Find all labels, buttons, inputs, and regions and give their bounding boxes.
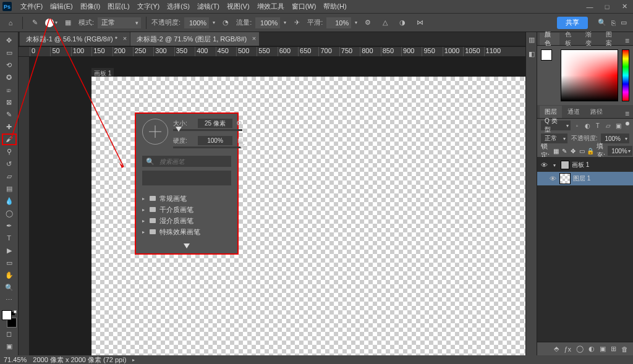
filter-shape-icon[interactable]: ▱ bbox=[604, 121, 612, 130]
lasso-tool[interactable]: ⟲ bbox=[2, 59, 17, 71]
visibility-icon[interactable]: 👁 bbox=[540, 161, 548, 169]
layer-opacity-field[interactable]: 100% bbox=[601, 133, 629, 143]
type-tool[interactable]: T bbox=[2, 232, 17, 244]
new-preset-icon[interactable]: ⊞ bbox=[237, 137, 242, 144]
lock-pixels-icon[interactable]: ▦ bbox=[552, 147, 559, 154]
menu-layer[interactable]: 图层(L) bbox=[104, 0, 133, 14]
panel-icon[interactable]: ◧ bbox=[529, 50, 535, 58]
tool-preset-icon[interactable]: ✎ bbox=[28, 16, 41, 30]
group-icon[interactable]: ▣ bbox=[600, 345, 606, 353]
layer-blend-select[interactable]: 正常 bbox=[541, 133, 567, 143]
dodge-tool[interactable]: ◯ bbox=[2, 208, 17, 219]
lock-all-icon[interactable]: 🔒 bbox=[587, 147, 594, 154]
zoom-tool[interactable]: 🔍 bbox=[2, 282, 17, 294]
brush-preset-picker[interactable]: ▾ bbox=[45, 19, 57, 27]
doc-tab-2[interactable]: 未标题-2 @ 71.5% (图层 1, RGB/8#) × bbox=[130, 32, 259, 46]
layer-item[interactable]: 👁 图层 1 bbox=[537, 172, 633, 185]
canvas[interactable]: 画板 1 大小: 25 像素 ⚙ bbox=[30, 57, 525, 355]
edit-toolbar[interactable]: ⋯ bbox=[2, 294, 17, 306]
symmetry-icon[interactable]: ⋈ bbox=[413, 16, 427, 30]
size-slider[interactable] bbox=[173, 129, 242, 131]
layer-fill-field[interactable]: 100% bbox=[608, 146, 632, 156]
panel-menu-icon[interactable]: ≡ bbox=[621, 36, 633, 45]
flow-field[interactable]: 100% bbox=[255, 17, 280, 28]
panel-menu-icon[interactable]: ≡ bbox=[621, 109, 633, 118]
brush-angle-control[interactable] bbox=[142, 119, 168, 145]
window-minimize-icon[interactable]: — bbox=[581, 0, 598, 14]
link-layers-icon[interactable]: ⬘ bbox=[554, 345, 559, 353]
workspace-icon[interactable]: ▭ bbox=[621, 19, 627, 27]
menu-type[interactable]: 文字(Y) bbox=[134, 0, 164, 14]
hardness-slider[interactable] bbox=[173, 146, 242, 148]
history-brush-tool[interactable]: ↺ bbox=[2, 158, 17, 170]
tab-gradients[interactable]: 渐变 bbox=[580, 33, 600, 45]
layer-filter-kind[interactable]: Q 类型 bbox=[541, 121, 571, 130]
menu-filter[interactable]: 滤镜(T) bbox=[193, 0, 223, 14]
window-maximize-icon[interactable]: □ bbox=[598, 0, 616, 14]
visibility-icon[interactable]: 👁 bbox=[548, 175, 557, 182]
tab-paths[interactable]: 路径 bbox=[585, 106, 608, 118]
quick-select-tool[interactable]: ✪ bbox=[2, 72, 17, 83]
brush-folder[interactable]: ▸干介质画笔 bbox=[142, 204, 231, 215]
lock-brush-icon[interactable]: ✎ bbox=[561, 147, 568, 154]
shape-tool[interactable]: ▭ bbox=[2, 257, 17, 269]
mask-icon[interactable]: ◯ bbox=[576, 345, 584, 353]
pressure-size-icon[interactable]: ◑ bbox=[396, 16, 409, 30]
preview-size-slider[interactable] bbox=[142, 243, 231, 248]
close-icon[interactable]: × bbox=[252, 35, 256, 42]
blend-mode-select[interactable]: 正常 bbox=[98, 17, 141, 28]
frame-tool[interactable]: ⊠ bbox=[2, 96, 17, 108]
filter-type-icon[interactable]: T bbox=[593, 121, 601, 130]
brush-tool[interactable]: 🖌 bbox=[2, 133, 17, 145]
filter-adjust-icon[interactable]: ◐ bbox=[584, 121, 592, 130]
close-icon[interactable]: × bbox=[123, 35, 127, 42]
brush-search[interactable]: 🔍 bbox=[142, 156, 231, 167]
tab-swatches[interactable]: 色板 bbox=[560, 33, 580, 45]
menu-help[interactable]: 帮助(H) bbox=[320, 0, 350, 14]
angle-icon[interactable]: △ bbox=[378, 16, 392, 30]
chevron-right-icon[interactable]: ▸ bbox=[132, 357, 135, 363]
tab-layers[interactable]: 图层 bbox=[540, 106, 562, 118]
tab-patterns[interactable]: 图案 bbox=[601, 33, 621, 45]
menu-window[interactable]: 窗口(W) bbox=[288, 0, 320, 14]
menu-plugins[interactable]: 增效工具 bbox=[253, 0, 288, 14]
hand-tool[interactable]: ✋ bbox=[2, 269, 17, 281]
quick-mask-tool[interactable]: ◻ bbox=[2, 328, 17, 340]
tab-channels[interactable]: 通道 bbox=[563, 106, 585, 118]
adjustment-icon[interactable]: ◐ bbox=[588, 345, 595, 353]
airbrush-icon[interactable]: ✈ bbox=[290, 16, 304, 30]
gradient-tool[interactable]: ▤ bbox=[2, 183, 17, 195]
hue-slider[interactable] bbox=[622, 49, 629, 101]
brush-folder[interactable]: ▸特殊效果画笔 bbox=[142, 226, 231, 237]
size-field[interactable]: 25 像素 bbox=[198, 119, 232, 128]
filter-smart-icon[interactable]: ▣ bbox=[614, 121, 622, 130]
cloud-icon[interactable]: ⎘ bbox=[611, 19, 616, 27]
new-layer-icon[interactable]: ⊞ bbox=[611, 345, 616, 353]
pressure-opacity-icon[interactable]: ◔ bbox=[219, 16, 232, 30]
smoothing-field[interactable]: 10% bbox=[326, 17, 351, 28]
menu-file[interactable]: 文件(F) bbox=[17, 0, 46, 14]
stamp-tool[interactable]: ⚲ bbox=[2, 146, 17, 158]
menu-edit[interactable]: 编辑(E) bbox=[46, 0, 77, 14]
color-swatches[interactable] bbox=[2, 310, 17, 328]
lock-artboard-icon[interactable]: ▭ bbox=[578, 147, 585, 154]
filter-toggle[interactable] bbox=[625, 121, 629, 130]
crop-tool[interactable]: ⎄ bbox=[2, 84, 17, 96]
filter-pixel-icon[interactable]: ▫ bbox=[573, 121, 581, 130]
menu-image[interactable]: 图像(I) bbox=[77, 0, 104, 14]
home-icon[interactable]: ⌂ bbox=[4, 16, 17, 30]
brush-search-input[interactable] bbox=[158, 158, 227, 166]
eraser-tool[interactable]: ▱ bbox=[2, 171, 17, 182]
gear-icon[interactable]: ⚙ bbox=[236, 119, 242, 127]
color-swatch[interactable] bbox=[541, 49, 557, 101]
panel-icon[interactable]: ▥ bbox=[529, 36, 535, 44]
lock-move-icon[interactable]: ✥ bbox=[569, 147, 577, 154]
brush-settings-icon[interactable]: ▦ bbox=[61, 16, 75, 30]
doc-tab-1[interactable]: 未标题-1 @ 56.1% (RGB/8#) * × bbox=[20, 32, 130, 46]
smoothing-gear-icon[interactable]: ⚙ bbox=[361, 16, 375, 30]
brush-folder[interactable]: ▸湿介质画笔 bbox=[142, 215, 231, 226]
marquee-tool[interactable]: ▭ bbox=[2, 47, 17, 59]
screen-mode-tool[interactable]: ▣ bbox=[2, 341, 17, 352]
opacity-field[interactable]: 100% bbox=[184, 17, 209, 28]
blur-tool[interactable]: 💧 bbox=[2, 195, 17, 207]
